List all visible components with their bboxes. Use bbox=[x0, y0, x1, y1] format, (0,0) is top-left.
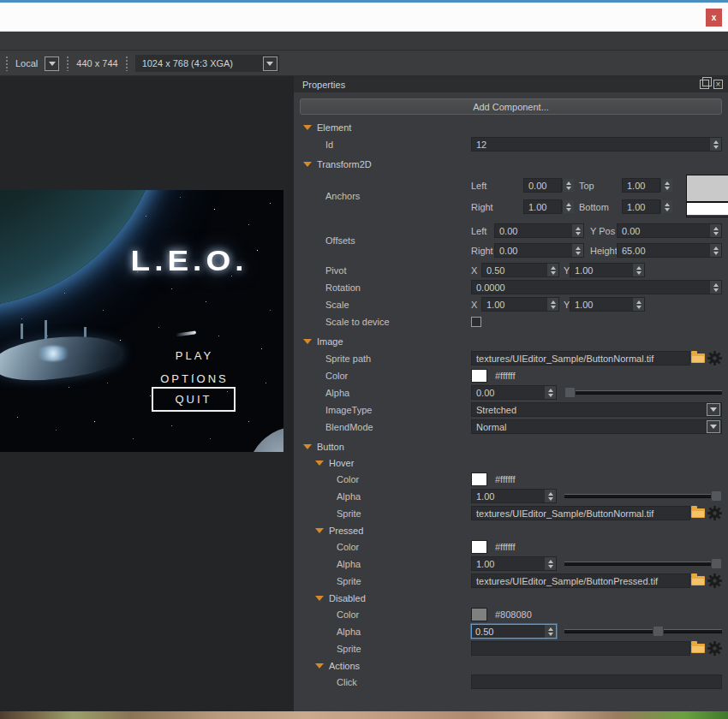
color-swatch[interactable] bbox=[471, 540, 487, 554]
spinner[interactable] bbox=[709, 224, 721, 237]
scale-y-field[interactable]: 1.00 bbox=[570, 297, 645, 312]
alpha-field[interactable]: 1.00 bbox=[471, 489, 557, 503]
spinner-down-icon[interactable] bbox=[665, 187, 670, 190]
sprite-field[interactable] bbox=[471, 641, 690, 656]
anchor-top-field[interactable]: 1.00 bbox=[622, 178, 660, 193]
spinner[interactable] bbox=[709, 281, 721, 294]
spinner-down-icon[interactable] bbox=[566, 208, 571, 211]
spinner-up-icon[interactable] bbox=[576, 227, 581, 230]
alpha-slider[interactable] bbox=[564, 557, 722, 570]
scale-to-device-checkbox[interactable] bbox=[471, 317, 481, 327]
section-transform2d[interactable]: Transform2D bbox=[294, 158, 722, 170]
spinner[interactable] bbox=[562, 200, 574, 213]
section-hover[interactable]: Hover bbox=[294, 457, 722, 469]
alpha-slider[interactable] bbox=[564, 625, 722, 638]
spinner[interactable] bbox=[544, 557, 556, 570]
anchor-bottom-field[interactable]: 1.00 bbox=[622, 199, 660, 214]
imagetype-select[interactable]: Stretched bbox=[471, 402, 722, 417]
spinner[interactable] bbox=[546, 298, 558, 311]
collapse-arrow-icon[interactable] bbox=[303, 444, 312, 449]
spinner-up-icon[interactable] bbox=[636, 266, 641, 270]
slider-handle[interactable] bbox=[653, 626, 664, 637]
slider-handle[interactable] bbox=[711, 490, 722, 502]
collapse-arrow-icon[interactable] bbox=[315, 596, 324, 601]
alpha-input[interactable] bbox=[472, 625, 544, 638]
resolution-select[interactable]: 1024 x 768 (4:3 XGA) bbox=[135, 55, 279, 72]
click-action-field[interactable] bbox=[471, 674, 722, 689]
options-button[interactable]: OPTIONS bbox=[160, 372, 229, 385]
offset-ypos-field[interactable]: 0.00 bbox=[617, 223, 722, 238]
spinner[interactable] bbox=[544, 490, 556, 502]
offset-height-field[interactable]: 65.00 bbox=[617, 243, 722, 258]
game-preview[interactable]: L.E.O. PLAY OPTIONS QUIT bbox=[0, 190, 283, 452]
spinner-down-icon[interactable] bbox=[551, 271, 556, 275]
spinner-up-icon[interactable] bbox=[566, 181, 571, 185]
spinner-down-icon[interactable] bbox=[576, 232, 581, 235]
section-element[interactable]: Element bbox=[294, 122, 722, 134]
spinner-down-icon[interactable] bbox=[576, 252, 581, 255]
spinner-up-icon[interactable] bbox=[548, 627, 553, 631]
spinner-up-icon[interactable] bbox=[636, 300, 641, 304]
offset-left-field[interactable]: 0.00 bbox=[494, 223, 584, 238]
spinner-up-icon[interactable] bbox=[551, 266, 556, 270]
add-component-button[interactable]: Add Component... bbox=[300, 98, 722, 115]
toolbar-handle-icon[interactable] bbox=[5, 56, 9, 71]
spinner-down-icon[interactable] bbox=[636, 271, 641, 275]
spinner-down-icon[interactable] bbox=[713, 146, 719, 149]
spinner-down-icon[interactable] bbox=[548, 565, 553, 568]
spinner[interactable] bbox=[709, 138, 721, 151]
color-swatch[interactable] bbox=[471, 369, 487, 383]
spinner-down-icon[interactable] bbox=[713, 252, 719, 255]
editor-canvas[interactable]: L.E.O. PLAY OPTIONS QUIT bbox=[0, 76, 294, 711]
collapse-arrow-icon[interactable] bbox=[315, 528, 324, 533]
resolution-dropdown-button[interactable] bbox=[263, 56, 277, 71]
spinner-down-icon[interactable] bbox=[548, 497, 553, 501]
anchor-right-field[interactable]: 1.00 bbox=[523, 199, 562, 214]
scale-x-field[interactable]: 1.00 bbox=[481, 297, 559, 312]
section-image[interactable]: Image bbox=[294, 336, 722, 348]
spinner[interactable] bbox=[571, 244, 583, 257]
spinner-down-icon[interactable] bbox=[566, 187, 571, 190]
spinner[interactable] bbox=[546, 264, 558, 276]
rotation-field[interactable]: 0.0000 bbox=[471, 280, 722, 294]
spinner-down-icon[interactable] bbox=[548, 633, 553, 636]
spinner-up-icon[interactable] bbox=[566, 203, 571, 206]
alpha-slider[interactable] bbox=[564, 490, 722, 502]
spinner-up-icon[interactable] bbox=[548, 389, 553, 392]
alpha-slider[interactable] bbox=[564, 386, 722, 399]
spinner-up-icon[interactable] bbox=[665, 181, 670, 185]
spinner[interactable] bbox=[544, 386, 556, 399]
spinner-down-icon[interactable] bbox=[713, 288, 719, 292]
spinner[interactable] bbox=[544, 625, 556, 638]
collapse-arrow-icon[interactable] bbox=[303, 162, 312, 167]
collapse-arrow-icon[interactable] bbox=[303, 339, 312, 344]
sprite-field[interactable]: textures/UIEditor_Sample/ButtonPressed.t… bbox=[471, 573, 690, 588]
spinner-up-icon[interactable] bbox=[548, 560, 553, 563]
gear-icon[interactable] bbox=[707, 641, 722, 656]
spinner[interactable] bbox=[632, 298, 644, 311]
section-pressed[interactable]: Pressed bbox=[294, 525, 722, 537]
slider-handle[interactable] bbox=[711, 558, 722, 569]
spinner-up-icon[interactable] bbox=[576, 247, 581, 250]
player-mode-select[interactable] bbox=[45, 56, 59, 71]
slider-handle[interactable] bbox=[564, 387, 576, 398]
collapse-arrow-icon[interactable] bbox=[303, 125, 312, 130]
anchor-left-field[interactable]: 0.00 bbox=[523, 178, 562, 193]
spinner-up-icon[interactable] bbox=[713, 140, 719, 144]
spinner[interactable] bbox=[562, 179, 574, 192]
float-panel-icon[interactable] bbox=[700, 80, 709, 89]
section-actions[interactable]: Actions bbox=[294, 660, 722, 672]
spinner-down-icon[interactable] bbox=[551, 306, 556, 309]
spinner-up-icon[interactable] bbox=[548, 492, 553, 496]
panel-titlebar[interactable]: Properties × bbox=[294, 76, 728, 92]
spinner[interactable] bbox=[660, 179, 672, 192]
toolbar-handle-icon[interactable] bbox=[66, 56, 69, 71]
spinner-down-icon[interactable] bbox=[548, 394, 553, 397]
spinner-up-icon[interactable] bbox=[713, 247, 719, 250]
sprite-path-field[interactable]: textures/UIEditor_Sample/ButtonNormal.ti… bbox=[471, 351, 690, 365]
collapse-arrow-icon[interactable] bbox=[315, 663, 324, 668]
toolbar-handle-icon[interactable] bbox=[125, 56, 128, 71]
color-swatch[interactable] bbox=[471, 608, 487, 621]
color-swatch[interactable] bbox=[471, 472, 487, 486]
collapse-arrow-icon[interactable] bbox=[315, 461, 324, 466]
